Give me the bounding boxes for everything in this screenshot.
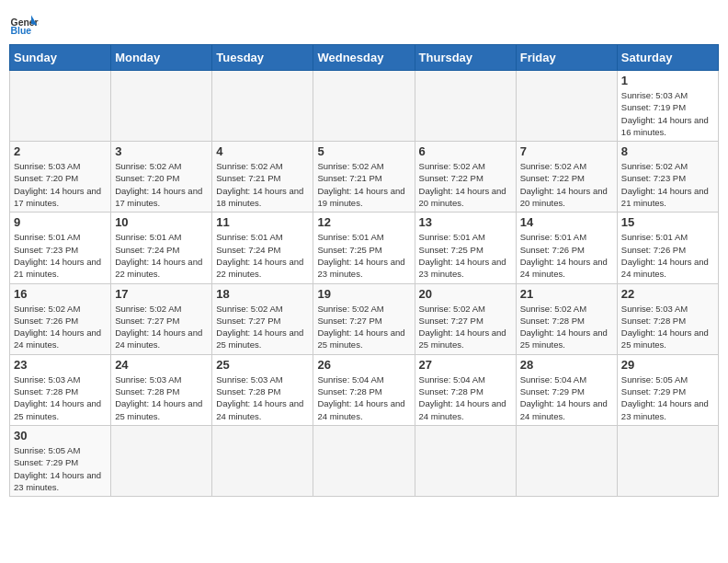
- day-info: Sunrise: 5:04 AM Sunset: 7:29 PM Dayligh…: [520, 373, 613, 422]
- calendar-cell: [415, 71, 516, 142]
- calendar-cell: 7Sunrise: 5:02 AM Sunset: 7:22 PM Daylig…: [516, 142, 617, 213]
- calendar-cell: 21Sunrise: 5:02 AM Sunset: 7:28 PM Dayli…: [516, 283, 617, 354]
- day-info: Sunrise: 5:02 AM Sunset: 7:26 PM Dayligh…: [14, 303, 107, 351]
- day-number: 3: [115, 144, 208, 158]
- day-info: Sunrise: 5:02 AM Sunset: 7:21 PM Dayligh…: [317, 160, 410, 209]
- day-number: 21: [520, 287, 613, 301]
- calendar-cell: [516, 425, 617, 496]
- calendar-cell: 9Sunrise: 5:01 AM Sunset: 7:23 PM Daylig…: [10, 213, 111, 283]
- day-number: 11: [216, 215, 309, 229]
- calendar-cell: 29Sunrise: 5:05 AM Sunset: 7:29 PM Dayli…: [617, 354, 718, 425]
- day-number: 22: [621, 287, 714, 301]
- calendar-cell: 16Sunrise: 5:02 AM Sunset: 7:26 PM Dayli…: [10, 283, 111, 354]
- calendar-cell: 23Sunrise: 5:03 AM Sunset: 7:28 PM Dayli…: [10, 354, 111, 425]
- calendar-cell: 24Sunrise: 5:03 AM Sunset: 7:28 PM Dayli…: [111, 354, 212, 425]
- calendar-cell: 3Sunrise: 5:02 AM Sunset: 7:20 PM Daylig…: [111, 142, 212, 213]
- day-info: Sunrise: 5:03 AM Sunset: 7:20 PM Dayligh…: [14, 160, 107, 209]
- calendar-week-5: 23Sunrise: 5:03 AM Sunset: 7:28 PM Dayli…: [10, 354, 719, 425]
- day-info: Sunrise: 5:03 AM Sunset: 7:28 PM Dayligh…: [115, 373, 208, 422]
- day-number: 28: [520, 358, 613, 372]
- calendar-cell: [617, 425, 718, 496]
- column-header-thursday: Thursday: [415, 45, 516, 71]
- day-number: 9: [14, 215, 107, 229]
- day-number: 15: [621, 215, 714, 229]
- calendar-cell: 17Sunrise: 5:02 AM Sunset: 7:27 PM Dayli…: [111, 283, 212, 354]
- calendar-cell: 5Sunrise: 5:02 AM Sunset: 7:21 PM Daylig…: [313, 142, 415, 213]
- day-info: Sunrise: 5:02 AM Sunset: 7:28 PM Dayligh…: [520, 303, 613, 351]
- day-number: 8: [621, 144, 714, 158]
- day-number: 25: [216, 358, 309, 372]
- day-number: 29: [621, 358, 714, 372]
- calendar-cell: 14Sunrise: 5:01 AM Sunset: 7:26 PM Dayli…: [516, 213, 617, 283]
- calendar-cell: 2Sunrise: 5:03 AM Sunset: 7:20 PM Daylig…: [10, 142, 111, 213]
- logo-icon: General Blue: [9, 9, 39, 39]
- day-number: 13: [419, 215, 512, 229]
- day-info: Sunrise: 5:02 AM Sunset: 7:22 PM Dayligh…: [419, 160, 512, 209]
- day-number: 27: [419, 358, 512, 372]
- day-info: Sunrise: 5:03 AM Sunset: 7:28 PM Dayligh…: [216, 373, 309, 422]
- day-info: Sunrise: 5:01 AM Sunset: 7:26 PM Dayligh…: [621, 231, 714, 280]
- calendar-cell: 12Sunrise: 5:01 AM Sunset: 7:25 PM Dayli…: [313, 213, 415, 283]
- day-info: Sunrise: 5:01 AM Sunset: 7:24 PM Dayligh…: [216, 231, 309, 280]
- calendar-week-1: 1Sunrise: 5:03 AM Sunset: 7:19 PM Daylig…: [10, 71, 719, 142]
- day-number: 5: [317, 144, 410, 158]
- day-number: 19: [317, 287, 410, 301]
- calendar-cell: 18Sunrise: 5:02 AM Sunset: 7:27 PM Dayli…: [212, 283, 313, 354]
- svg-text:Blue: Blue: [11, 26, 32, 36]
- calendar-cell: 4Sunrise: 5:02 AM Sunset: 7:21 PM Daylig…: [212, 142, 313, 213]
- day-number: 10: [115, 215, 208, 229]
- calendar-cell: 10Sunrise: 5:01 AM Sunset: 7:24 PM Dayli…: [111, 213, 212, 283]
- day-number: 24: [115, 358, 208, 372]
- day-number: 20: [419, 287, 512, 301]
- column-header-wednesday: Wednesday: [313, 45, 415, 71]
- day-number: 14: [520, 215, 613, 229]
- day-number: 23: [14, 358, 107, 372]
- day-number: 7: [520, 144, 613, 158]
- column-header-sunday: Sunday: [10, 45, 111, 71]
- day-number: 17: [115, 287, 208, 301]
- calendar-cell: [313, 425, 415, 496]
- calendar-cell: 20Sunrise: 5:02 AM Sunset: 7:27 PM Dayli…: [415, 283, 516, 354]
- day-number: 4: [216, 144, 309, 158]
- calendar-week-3: 9Sunrise: 5:01 AM Sunset: 7:23 PM Daylig…: [10, 213, 719, 283]
- day-number: 6: [419, 144, 512, 158]
- calendar-cell: 15Sunrise: 5:01 AM Sunset: 7:26 PM Dayli…: [617, 213, 718, 283]
- calendar-cell: 11Sunrise: 5:01 AM Sunset: 7:24 PM Dayli…: [212, 213, 313, 283]
- day-info: Sunrise: 5:02 AM Sunset: 7:22 PM Dayligh…: [520, 160, 613, 209]
- day-info: Sunrise: 5:04 AM Sunset: 7:28 PM Dayligh…: [419, 373, 512, 422]
- calendar-cell: [10, 71, 111, 142]
- day-number: 2: [14, 144, 107, 158]
- day-number: 16: [14, 287, 107, 301]
- calendar-cell: 28Sunrise: 5:04 AM Sunset: 7:29 PM Dayli…: [516, 354, 617, 425]
- calendar-cell: [516, 71, 617, 142]
- day-info: Sunrise: 5:04 AM Sunset: 7:28 PM Dayligh…: [317, 373, 410, 422]
- calendar: SundayMondayTuesdayWednesdayThursdayFrid…: [9, 44, 719, 497]
- day-info: Sunrise: 5:02 AM Sunset: 7:20 PM Dayligh…: [115, 160, 208, 209]
- calendar-week-6: 30Sunrise: 5:05 AM Sunset: 7:29 PM Dayli…: [10, 425, 719, 496]
- calendar-cell: 30Sunrise: 5:05 AM Sunset: 7:29 PM Dayli…: [10, 425, 111, 496]
- column-header-friday: Friday: [516, 45, 617, 71]
- day-info: Sunrise: 5:02 AM Sunset: 7:21 PM Dayligh…: [216, 160, 309, 209]
- day-number: 26: [317, 358, 410, 372]
- day-number: 12: [317, 215, 410, 229]
- column-header-tuesday: Tuesday: [212, 45, 313, 71]
- day-info: Sunrise: 5:05 AM Sunset: 7:29 PM Dayligh…: [621, 373, 714, 422]
- day-info: Sunrise: 5:03 AM Sunset: 7:28 PM Dayligh…: [621, 303, 714, 351]
- calendar-cell: [111, 71, 212, 142]
- column-header-saturday: Saturday: [617, 45, 718, 71]
- calendar-cell: 13Sunrise: 5:01 AM Sunset: 7:25 PM Dayli…: [415, 213, 516, 283]
- calendar-week-4: 16Sunrise: 5:02 AM Sunset: 7:26 PM Dayli…: [10, 283, 719, 354]
- calendar-cell: [415, 425, 516, 496]
- calendar-cell: 1Sunrise: 5:03 AM Sunset: 7:19 PM Daylig…: [617, 71, 718, 142]
- day-info: Sunrise: 5:02 AM Sunset: 7:27 PM Dayligh…: [115, 303, 208, 351]
- day-info: Sunrise: 5:02 AM Sunset: 7:23 PM Dayligh…: [621, 160, 714, 209]
- calendar-cell: 22Sunrise: 5:03 AM Sunset: 7:28 PM Dayli…: [617, 283, 718, 354]
- calendar-cell: 26Sunrise: 5:04 AM Sunset: 7:28 PM Dayli…: [313, 354, 415, 425]
- logo: General Blue: [9, 9, 39, 39]
- day-info: Sunrise: 5:02 AM Sunset: 7:27 PM Dayligh…: [317, 303, 410, 351]
- column-header-monday: Monday: [111, 45, 212, 71]
- day-info: Sunrise: 5:02 AM Sunset: 7:27 PM Dayligh…: [419, 303, 512, 351]
- day-number: 1: [621, 74, 714, 87]
- calendar-cell: 6Sunrise: 5:02 AM Sunset: 7:22 PM Daylig…: [415, 142, 516, 213]
- calendar-cell: 8Sunrise: 5:02 AM Sunset: 7:23 PM Daylig…: [617, 142, 718, 213]
